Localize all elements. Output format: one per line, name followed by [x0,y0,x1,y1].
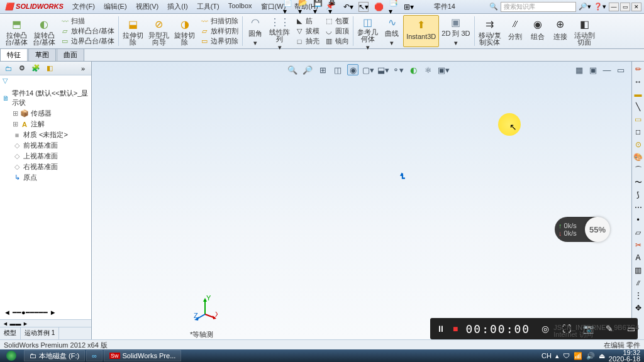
hide-show-icon[interactable]: ⬓▾ [377,64,389,75]
rt-fillet-sk-icon[interactable]: ⟆ [633,190,643,200]
tree-sensors[interactable]: ⊞📦传感器 [1,108,90,119]
task-solidworks[interactable]: SwSolidWorks Pre... [104,350,181,361]
boundary-button[interactable]: ▭边界凸台/基体 [59,36,116,46]
more-tab-icon[interactable]: » [77,63,89,74]
rt-move-sk-icon[interactable]: ✥ [633,303,643,313]
property-tab-icon[interactable]: 🧩 [30,63,42,74]
move-copy-button[interactable]: ⇉移动/复 制实体 [476,15,504,47]
stop-button[interactable]: ■ [453,321,458,336]
zoom-area-icon[interactable]: 🔎 [302,64,313,75]
start-button[interactable] [0,349,23,362]
view-orient-icon[interactable]: ◉ [347,64,358,75]
rt-text-icon[interactable]: A [633,253,643,263]
new-doc-icon[interactable]: 📄▾ [283,2,293,12]
apply-scene-icon[interactable]: ◐ [408,64,419,75]
settings-icon[interactable]: ⊞▾ [404,2,414,12]
webcam-icon[interactable]: ◎ [538,321,553,336]
vp-cascade-icon[interactable]: ▣ [587,64,599,75]
rt-smart-dim-icon[interactable]: ↔ [633,77,643,87]
render-icon[interactable]: ▣▾ [438,64,449,75]
tree-origin[interactable]: ↳原点 [1,172,90,183]
graphics-viewport[interactable]: 🔍 🔎 ⊞ ◫ ◉ ▢▾ ⬓▾ ⚬▾ ◐ ⚛ ▣▾ ▦ ▣ — ▭ ✕ ↖ ┗▴… [92,62,644,339]
rt-circle-icon[interactable]: ⊙ [633,140,643,150]
join-button[interactable]: ⊕连接 [549,15,572,47]
tray-network-icon[interactable]: 📶 [574,352,582,360]
tab-model[interactable]: 模型 [0,327,21,339]
panel-scrollbar[interactable]: ◄ ▬▬ ► [0,319,91,327]
rt-paint-icon[interactable]: 🎨 [633,152,643,162]
prev-view-icon[interactable]: ⊞ [317,64,328,75]
lang-indicator[interactable]: CH [541,352,552,359]
fillet-button[interactable]: ◠圆角▾ [244,15,267,47]
tab-feature[interactable]: 特征 [0,48,28,61]
tree-front-plane[interactable]: ◇前视基准面 [1,140,90,151]
zoom-fit-icon[interactable]: 🔍 [287,64,298,75]
rib-button[interactable]: ◣筋 [294,16,321,26]
rt-mirror-sk-icon[interactable]: ▥ [633,265,643,275]
options-icon[interactable]: 📑▾ [389,2,399,12]
pause-button[interactable]: ⏸ [436,321,445,336]
task-app2[interactable]: ∞ [86,350,103,361]
section-button[interactable]: ◧活动剖 切面 [572,15,597,47]
shell-button[interactable]: □抽壳 [294,36,321,46]
dome-button[interactable]: ◡圆顶 [323,26,350,36]
extrude-boss-button[interactable]: ⬒拉伸凸 台/基体 [3,15,30,47]
rt-box-icon[interactable]: □ [633,127,643,137]
tray-chevron-icon[interactable]: ▴ [555,352,559,360]
print-icon[interactable]: 🖶▾ [328,2,338,12]
rt-sketch-icon[interactable]: ✏ [633,64,643,74]
revolve-boss-button[interactable]: ◐旋转凸 台/基体 [30,15,58,47]
rt-point-icon[interactable]: • [633,215,643,225]
mirror-button[interactable]: ▥镜向 [323,36,350,46]
rebuild-icon[interactable]: 🛑 [374,2,384,12]
tray-shield-icon[interactable]: 🛡 [563,352,570,359]
save-icon[interactable]: 💾▾ [313,2,323,12]
tree-top-plane[interactable]: ◇上视基准面 [1,151,90,162]
rt-rect-icon[interactable]: ▭ [633,114,643,124]
task-explorer[interactable]: 🗀本地磁盘 (F:) [24,350,85,361]
rt-pattern-sk-icon[interactable]: ⋮ [633,290,643,300]
tree-annotations[interactable]: ⊞A注解 [1,119,90,129]
split-button[interactable]: ⫽分割 [504,15,526,47]
linear-pattern-button[interactable]: ⋮⋮线性阵 列▾ [267,15,292,47]
hole-wizard-button[interactable]: ⊘异型孔 向导 [146,15,172,47]
instant3d-button[interactable]: ⬆Instant3D [403,15,439,47]
tree-material[interactable]: ≡材质 <未指定> [1,129,90,140]
vp-min-icon[interactable]: — [601,64,613,75]
tree-right-plane[interactable]: ◇右视基准面 [1,162,90,172]
tray-safe-icon[interactable]: ⏏ [599,352,605,360]
vp-tile-icon[interactable]: ▦ [574,64,585,75]
draft-button[interactable]: ▽拔模 [294,26,321,36]
tree-tab-icon[interactable]: 🗀 [3,63,14,74]
rt-offset-icon[interactable]: ⫽ [633,278,643,288]
sweep-button[interactable]: 〰扫描 [59,16,116,26]
rt-arc-icon[interactable]: ⌒ [633,165,643,175]
edit-appearance-icon[interactable]: ⚬▾ [392,64,404,75]
wrap-button[interactable]: ⬚包覆 [323,16,350,26]
open-doc-icon[interactable]: 📂▾ [298,2,308,12]
tree-root[interactable]: 🗎零件14 (默认<<默认>_显示状 [1,88,90,108]
loft-button[interactable]: ▱放样凸台/基体 [59,26,116,36]
2d-to-3d-button[interactable]: ▣2D 到 3D▾ [439,15,472,47]
rt-plane-icon[interactable]: ▱ [633,228,643,238]
tree-filter[interactable]: ▽ [0,75,91,87]
tab-surface[interactable]: 曲面 [57,48,84,61]
taskbar-clock[interactable]: 19:32 2020-6-18 [609,349,640,362]
loft-cut-button[interactable]: ▱放样切割 [199,26,240,36]
section-view-icon[interactable]: ◫ [332,64,343,75]
combine-button[interactable]: ◉组合 [526,15,549,47]
network-speed-widget[interactable]: ↑ 0k/s↓ 0k/s 55% [555,217,606,242]
rt-spline-icon[interactable]: 〜 [633,177,643,187]
view-settings-icon[interactable]: ⚛ [423,64,434,75]
tab-motion-study[interactable]: 运动算例 1 [21,327,59,339]
revolve-cut-button[interactable]: ◑旋转切 除 [172,15,197,47]
config-tab-icon[interactable]: ⚙ [16,63,28,74]
tray-volume-icon[interactable]: 🔊 [586,352,595,360]
rt-bar-icon[interactable]: ▬ [633,89,643,99]
curves-button[interactable]: ∿曲线▾ [380,15,403,47]
sweep-cut-button[interactable]: 〰扫描切除 [199,16,240,26]
extrude-cut-button[interactable]: ⬓拉伸切 除 [120,15,146,47]
select-icon[interactable]: ↖▾ [358,2,369,12]
display-style-icon[interactable]: ▢▾ [362,64,374,75]
tab-sketch[interactable]: 草图 [28,48,56,61]
